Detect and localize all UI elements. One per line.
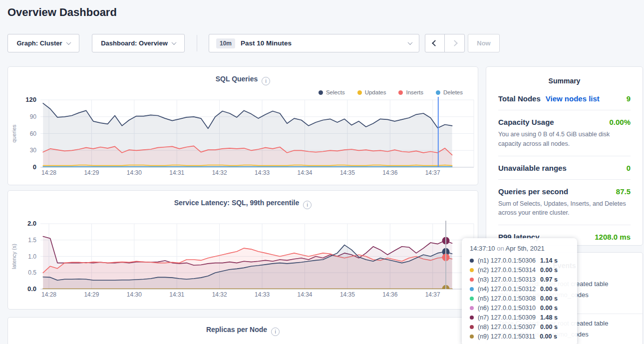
legend-item-inserts[interactable]: Inserts [398,89,423,95]
svg-text:14:37: 14:37 [425,169,440,176]
node-color-dot [470,278,474,282]
chevron-down-icon [66,40,71,45]
svg-text:14:35: 14:35 [340,291,355,298]
tooltip-on: on [497,245,504,252]
sql-queries-title-text: SQL Queries [216,75,258,83]
svg-text:latency (s): latency (s) [11,244,17,269]
svg-text:14:30: 14:30 [127,291,142,298]
tooltip-value: 0.00 s [540,333,557,340]
svg-text:14:32: 14:32 [212,169,227,176]
tooltip-row: (n3) 127.0.0.1:503130.97 s [462,275,577,284]
svg-text:14:34: 14:34 [297,169,312,176]
tooltip-row: (n4) 127.0.0.1:503120.00 s [462,284,577,294]
node-color-dot [470,287,474,291]
summary-row-qps: Queries per second 87.5 Sum of Selects, … [498,180,631,226]
service-latency-chart[interactable]: 14:2814:2914:3014:3114:3214:3314:3414:35… [8,220,479,308]
svg-text:0.0: 0.0 [27,285,36,293]
svg-text:14:28: 14:28 [41,169,56,176]
info-icon[interactable] [303,201,312,209]
svg-text:14:30: 14:30 [127,169,142,176]
summary-label: Total Nodes [498,94,541,103]
time-range-badge: 10m [216,38,235,48]
legend-label: Deletes [443,89,463,95]
legend-dot [436,90,440,95]
svg-text:14:31: 14:31 [169,169,184,176]
tooltip-node: (n3) 127.0.0.1:50313 [478,276,536,283]
svg-text:14:36: 14:36 [382,169,397,176]
sql-queries-legend: Selects Updates Inserts Deletes [319,89,463,95]
dashboard-dropdown[interactable]: Dashboard: Overview [92,34,185,52]
sql-queries-chart[interactable]: 14:2814:2914:3014:3114:3214:3314:3414:35… [8,96,479,183]
tooltip-node: (n8) 127.0.0.1:50307 [478,324,536,331]
node-color-dot [470,325,474,329]
summary-row-capacity: Capacity Usage 0.00% You are using 0 B o… [498,110,631,156]
svg-text:14:37: 14:37 [425,291,440,298]
node-color-dot [470,316,474,320]
replicas-card: Replicas per Node [7,317,478,344]
service-latency-title: Service Latency: SQL, 99th percentile [8,199,478,209]
svg-text:14:36: 14:36 [382,291,397,298]
tooltip-row: (n7) 127.0.0.1:503091.48 s [462,313,577,322]
chevron-left-icon [432,40,438,46]
svg-text:14:32: 14:32 [212,291,227,298]
node-color-dot [470,259,474,263]
legend-item-selects[interactable]: Selects [319,89,345,95]
svg-text:14:29: 14:29 [84,169,99,176]
prev-time-button[interactable] [425,34,445,52]
service-latency-title-text: Service Latency: SQL, 99th percentile [174,199,300,207]
chevron-right-icon [451,40,458,46]
sql-queries-card: SQL Queries Selects Updates Inserts Dele… [7,66,478,185]
summary-value: 1208.0 ms [595,233,631,241]
time-range-selector[interactable]: 10m Past 10 Minutes [209,34,419,52]
tooltip-row: (n5) 127.0.0.1:503080.00 s [462,294,577,303]
tooltip-value: 0.00 s [540,286,558,293]
page-title: Overview Dashboard [7,6,117,19]
tooltip-time: 14:37:10 [470,245,495,252]
tooltip-node: (n7) 127.0.0.1:50309 [478,314,536,321]
info-icon[interactable] [271,328,280,336]
svg-text:14:29: 14:29 [84,291,99,298]
tooltip-node: (n1) 127.0.0.1:50306 [478,257,536,264]
svg-text:14:31: 14:31 [169,291,184,298]
legend-item-updates[interactable]: Updates [357,89,386,95]
summary-value: 87.5 [616,187,631,196]
summary-subtext: Sum of Selects, Updates, Inserts, and De… [498,199,631,218]
view-nodes-list-link[interactable]: View nodes list [546,94,600,103]
tooltip-row: (n8) 127.0.0.1:503070.00 s [462,322,577,332]
svg-text:queries: queries [11,124,17,143]
legend-dot [357,90,362,95]
tooltip-value: 0.00 s [540,267,558,274]
legend-label: Inserts [406,89,423,95]
time-range-label: Past 10 Minutes [241,39,292,47]
svg-text:14:28: 14:28 [41,291,56,298]
summary-value: 0.00% [609,118,631,126]
chevron-down-icon [408,40,413,45]
graph-dropdown[interactable]: Graph: Cluster [7,34,79,52]
summary-row-total-nodes: Total Nodes View nodes list 9 [498,87,631,110]
tooltip-value: 1.14 s [540,257,558,264]
summary-label: Capacity Usage [498,118,554,126]
replicas-title-text: Replicas per Node [206,326,267,334]
tooltip-row: (n6) 127.0.0.1:503100.00 s [462,303,577,313]
tooltip-value: 0.00 s [540,324,558,331]
next-time-button[interactable] [445,34,464,52]
info-icon[interactable] [262,77,270,85]
legend-item-deletes[interactable]: Deletes [436,89,463,95]
summary-value: 0 [627,164,631,172]
tooltip-row: (n9) 127.0.0.1:503110.00 s [462,332,577,341]
summary-label: Queries per second [498,187,568,196]
svg-text:0: 0 [33,163,36,171]
legend-label: Selects [326,89,345,95]
node-color-dot [470,268,474,272]
summary-row-unavailable: Unavailable ranges 0 [498,156,631,180]
tooltip-row: (n2) 127.0.0.1:503140.00 s [462,265,577,275]
svg-text:90: 90 [30,113,37,120]
svg-text:14:35: 14:35 [340,169,355,176]
legend-dot [319,90,323,95]
summary-subtext: You are using 0 B of 4.5 GiB usable disk… [498,130,631,149]
now-button[interactable]: Now [468,34,500,52]
dashboard-dropdown-label: Dashboard: Overview [101,39,168,47]
svg-text:120: 120 [25,96,36,103]
summary-label: Unavailable ranges [498,164,567,172]
svg-text:1.5: 1.5 [28,237,36,244]
